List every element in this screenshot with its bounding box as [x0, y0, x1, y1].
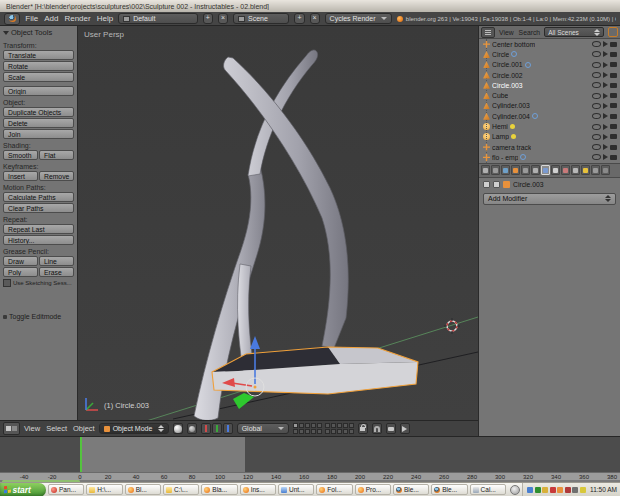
taskbar-window-button[interactable]: Cal...	[470, 484, 506, 495]
taskbar-window-button[interactable]: Pro...	[355, 484, 391, 495]
menu-item[interactable]: Add	[44, 14, 58, 23]
outliner-item[interactable]: Cylinder.004	[479, 111, 620, 121]
selectability-arrow-icon[interactable]	[603, 62, 608, 68]
translate-manipulator-button[interactable]	[201, 423, 211, 434]
view3d-editor-icon[interactable]	[3, 422, 20, 435]
selectability-arrow-icon[interactable]	[603, 113, 608, 119]
renderability-camera-icon[interactable]	[610, 73, 617, 78]
toolshelf-button[interactable]: Flat	[39, 150, 74, 160]
renderability-camera-icon[interactable]	[610, 124, 617, 129]
selectability-arrow-icon[interactable]	[603, 124, 608, 130]
close-layout-button[interactable]: ×	[218, 13, 228, 24]
outliner-editor-icon[interactable]	[481, 27, 495, 38]
toolshelf-button[interactable]: Translate	[3, 50, 74, 60]
mode-selector[interactable]: Object Mode	[99, 423, 169, 434]
visibility-eye-icon[interactable]	[592, 124, 601, 130]
outliner-item[interactable]: Hemi	[479, 121, 620, 131]
view3d-menu-item[interactable]: View	[24, 424, 40, 433]
outliner-item[interactable]: Circle.002	[479, 70, 620, 80]
menu-item[interactable]: Help	[97, 14, 113, 23]
blender-menu-button[interactable]	[4, 13, 20, 25]
screen-layout-selector[interactable]: Default	[118, 13, 198, 24]
toolshelf-button[interactable]: History...	[3, 235, 74, 245]
add-scene-button[interactable]: +	[294, 13, 304, 24]
renderability-camera-icon[interactable]	[610, 52, 617, 57]
view3d-menu-item[interactable]: Object	[73, 424, 95, 433]
taskbar-window-button[interactable]: Pan...	[48, 484, 84, 495]
visibility-eye-icon[interactable]	[592, 82, 601, 88]
renderability-camera-icon[interactable]	[610, 93, 617, 98]
taskbar-window-button[interactable]: Fol...	[316, 484, 352, 495]
outliner-item[interactable]: Lamp	[479, 132, 620, 142]
lock-to-scene-button[interactable]	[358, 423, 368, 434]
taskbar-window-button[interactable]: Bl...	[125, 484, 161, 495]
taskbar-window-button[interactable]: Bla...	[201, 484, 237, 495]
editor-pin-icon[interactable]	[483, 181, 490, 188]
selectability-arrow-icon[interactable]	[603, 41, 608, 47]
visibility-eye-icon[interactable]	[592, 113, 601, 119]
properties-tab[interactable]	[531, 165, 540, 175]
object-name[interactable]: Hemi	[492, 123, 508, 130]
visibility-eye-icon[interactable]	[592, 51, 601, 57]
viewport-shading-selector[interactable]	[173, 423, 183, 434]
properties-tab[interactable]	[481, 165, 490, 175]
taskbar-window-button[interactable]: Ble...	[431, 484, 467, 495]
properties-tab[interactable]	[501, 165, 510, 175]
outliner-item[interactable]: Cube	[479, 90, 620, 100]
outliner-item[interactable]: flo - emp	[479, 152, 620, 162]
toolshelf-button[interactable]: Erase	[39, 267, 74, 277]
toolshelf-button[interactable]: Scale	[3, 72, 74, 82]
scene-selector[interactable]: Scene	[233, 13, 290, 24]
toolshelf-button[interactable]: Line	[39, 256, 74, 266]
viewport-3d[interactable]: User Persp (1) Circle.003	[78, 26, 478, 420]
toolshelf-button[interactable]: Draw	[3, 256, 38, 266]
toolshelf-button[interactable]: Delete	[3, 118, 74, 128]
add-layout-button[interactable]: +	[203, 13, 213, 24]
quick-launch-icon[interactable]	[510, 485, 520, 495]
render-opengl-button[interactable]	[386, 423, 396, 434]
selectability-arrow-icon[interactable]	[603, 51, 608, 57]
visibility-eye-icon[interactable]	[592, 103, 601, 109]
window-titlebar[interactable]: Blender* [H:\blender\projects\sculptures…	[0, 0, 620, 12]
renderability-camera-icon[interactable]	[610, 42, 617, 47]
transform-orientation-selector[interactable]: Global	[237, 423, 289, 434]
start-button[interactable]: start	[0, 483, 46, 496]
use-sketching-checkbox[interactable]: Use Sketching Sess...	[3, 279, 74, 287]
menu-item[interactable]: Render	[64, 14, 90, 23]
toolshelf-button[interactable]: Join	[3, 129, 74, 139]
layer-toggles[interactable]	[293, 423, 354, 434]
render-engine-selector[interactable]: Cycles Render	[325, 13, 392, 24]
taskbar-window-button[interactable]: Ble...	[393, 484, 429, 495]
visibility-eye-icon[interactable]	[592, 41, 601, 47]
timeline-frame-range[interactable]	[82, 437, 245, 472]
taskbar-window-button[interactable]: Ins...	[240, 484, 276, 495]
properties-tab[interactable]	[521, 165, 530, 175]
tray-icon[interactable]	[550, 487, 556, 493]
object-name[interactable]: Cylinder.003	[492, 102, 530, 109]
renderability-camera-icon[interactable]	[610, 103, 617, 108]
search-icon[interactable]	[608, 27, 618, 37]
render-opengl-anim-button[interactable]	[400, 423, 410, 434]
view3d-menu-item[interactable]: Select	[46, 424, 67, 433]
properties-tab[interactable]	[591, 165, 600, 175]
menu-item[interactable]: File	[25, 14, 38, 23]
outliner-item[interactable]: Circle.003	[479, 80, 620, 90]
outliner-item[interactable]: Cylinder.003	[479, 101, 620, 111]
visibility-eye-icon[interactable]	[592, 154, 601, 160]
tray-icon[interactable]	[565, 487, 571, 493]
manipulator-z-arrowhead[interactable]	[250, 336, 260, 349]
outliner-scene-filter[interactable]: All Scenes	[544, 27, 604, 37]
outliner-item[interactable]: Circle	[479, 49, 620, 59]
close-scene-button[interactable]: ×	[310, 13, 320, 24]
visibility-eye-icon[interactable]	[592, 134, 601, 140]
object-name[interactable]: Circle.003	[492, 82, 523, 89]
properties-tab[interactable]	[541, 165, 550, 175]
selectability-arrow-icon[interactable]	[603, 103, 608, 109]
outliner-item[interactable]: camera track	[479, 142, 620, 152]
tool-shelf-header[interactable]: Object Tools	[3, 28, 74, 37]
tray-icon[interactable]	[542, 487, 548, 493]
renderability-camera-icon[interactable]	[610, 134, 617, 139]
scale-manipulator-button[interactable]	[223, 423, 233, 434]
manipulator-toggles[interactable]	[201, 423, 233, 434]
properties-tab[interactable]	[491, 165, 500, 175]
